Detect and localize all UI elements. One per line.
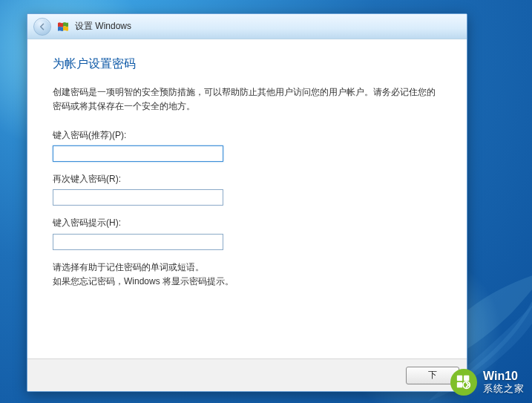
confirm-password-field-group: 再次键入密码(R):: [53, 172, 441, 206]
svg-rect-1: [464, 376, 469, 381]
password-input[interactable]: [53, 145, 223, 162]
window-title: 设置 Windows: [75, 20, 131, 33]
password-hint-label: 键入密码提示(H):: [53, 216, 441, 230]
back-button[interactable]: [33, 18, 51, 36]
windows-flag-icon: [57, 21, 69, 33]
page-heading: 为帐户设置密码: [53, 54, 441, 73]
hint-help-line1: 请选择有助于记住密码的单词或短语。: [53, 261, 441, 275]
watermark-line1: Win10: [483, 370, 525, 383]
watermark-line2: 系统之家: [483, 384, 525, 395]
svg-rect-0: [457, 376, 462, 381]
password-field-group: 键入密码(推荐)(P):: [53, 128, 441, 162]
content-area: 为帐户设置密码 创建密码是一项明智的安全预防措施，可以帮助防止其他用户访问您的用…: [27, 39, 467, 391]
hint-help-text: 请选择有助于记住密码的单词或短语。 如果您忘记密码，Windows 将显示密码提…: [53, 261, 441, 289]
password-label: 键入密码(推荐)(P):: [53, 128, 441, 142]
back-arrow-icon: [38, 22, 47, 31]
titlebar: 设置 Windows: [27, 14, 467, 39]
confirm-password-label: 再次键入密码(R):: [53, 172, 441, 186]
page-description: 创建密码是一项明智的安全预防措施，可以帮助防止其他用户访问您的用户帐户。请务必记…: [53, 85, 441, 114]
watermark-logo-text: [456, 374, 472, 390]
confirm-password-input[interactable]: [53, 189, 223, 206]
setup-window: 设置 Windows 为帐户设置密码 创建密码是一项明智的安全预防措施，可以帮助…: [27, 13, 467, 392]
watermark: Win10 系统之家: [450, 369, 525, 396]
password-hint-field-group: 键入密码提示(H):: [53, 216, 441, 249]
password-hint-input[interactable]: [53, 234, 223, 250]
watermark-logo: [450, 369, 477, 396]
hint-help-line2: 如果您忘记密码，Windows 将显示密码提示。: [53, 275, 441, 289]
watermark-text: Win10 系统之家: [483, 370, 525, 394]
footer-bar: 下: [27, 358, 467, 391]
svg-rect-2: [457, 382, 462, 387]
